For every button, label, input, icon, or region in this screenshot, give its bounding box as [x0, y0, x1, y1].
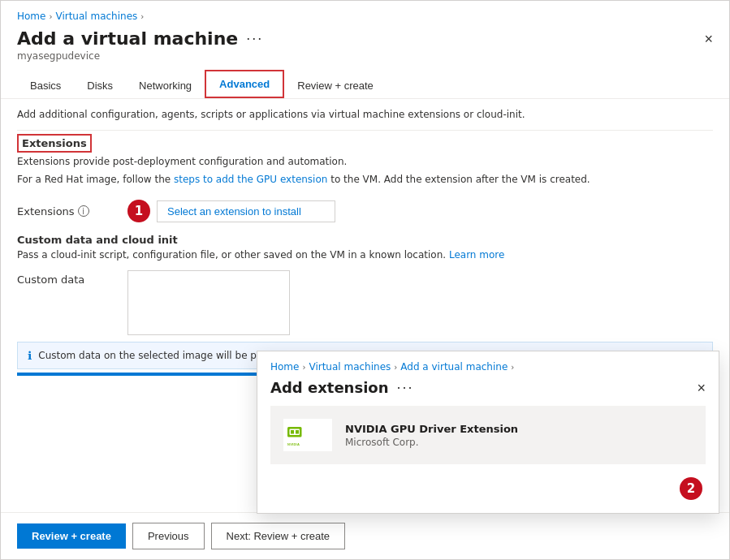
learn-more-link[interactable]: Learn more — [449, 249, 504, 261]
step-badge-1: 1 — [127, 200, 150, 222]
close-button[interactable]: × — [704, 32, 713, 46]
svg-rect-4 — [296, 430, 299, 434]
extension-item-nvidia[interactable]: NVIDIA NVIDIA GPU Driver Extension Micro… — [270, 406, 706, 464]
extensions-desc2: For a Red Hat image, follow the steps to… — [17, 174, 713, 185]
tabs-bar: Basics Disks Networking Advanced Review … — [1, 70, 729, 99]
tab-advanced[interactable]: Advanced — [205, 70, 284, 98]
extensions-desc: Extensions provide post-deployment confi… — [17, 156, 713, 167]
gpu-extension-link[interactable]: steps to add the GPU extension — [174, 174, 327, 185]
info-bar-icon: ℹ — [28, 349, 32, 362]
extensions-desc2-middle: to the VM. Add the extension after the V… — [327, 174, 590, 185]
custom-data-desc-prefix: Pass a cloud-init script, configuration … — [17, 249, 261, 261]
overlay-header: Add extension ··· × — [257, 376, 719, 406]
custom-data-desc-suffix: saved on the VM in a known location. — [263, 249, 446, 261]
extension-vendor: Microsoft Corp. — [345, 437, 518, 448]
nvidia-logo: NVIDIA — [283, 419, 332, 451]
badge-row-1: 1 Select an extension to install — [127, 200, 335, 222]
tab-basics[interactable]: Basics — [17, 73, 74, 98]
page-header: Add a virtual machine ··· × — [1, 25, 729, 50]
tab-networking[interactable]: Networking — [126, 73, 205, 98]
page-subtitle: myasegpudevice — [1, 50, 729, 70]
breadcrumb-vms[interactable]: Virtual machines — [55, 11, 137, 22]
page-title: Add a virtual machine — [17, 28, 238, 49]
breadcrumb-home[interactable]: Home — [17, 11, 45, 22]
next-button[interactable]: Next: Review + create — [211, 523, 346, 549]
overlay-breadcrumb: Home › Virtual machines › Add a virtual … — [257, 351, 719, 376]
overlay-breadcrumb-home[interactable]: Home — [270, 361, 299, 373]
overlay-header-right: × — [697, 381, 706, 395]
svg-text:NVIDIA: NVIDIA — [287, 442, 300, 446]
extensions-section: Extensions Extensions provide post-deplo… — [1, 134, 729, 185]
add-extension-panel: Home › Virtual machines › Add a virtual … — [257, 351, 719, 514]
overlay-breadcrumb-vms[interactable]: Virtual machines — [309, 361, 391, 373]
custom-data-label: Custom data — [17, 270, 114, 286]
overlay-more-button[interactable]: ··· — [396, 379, 413, 396]
custom-data-row: Custom data — [17, 270, 713, 335]
overlay-breadcrumb-addvm[interactable]: Add a virtual machine — [400, 361, 508, 373]
extensions-info-icon[interactable]: i — [78, 205, 89, 217]
custom-data-title: Custom data and cloud init — [17, 234, 713, 246]
custom-data-input[interactable] — [127, 270, 290, 335]
extensions-label-text: Extensions — [17, 205, 75, 218]
extensions-title: Extensions — [17, 134, 92, 153]
select-extension-button[interactable]: Select an extension to install — [157, 200, 335, 222]
extensions-form-row: Extensions i 1 Select an extension to in… — [1, 192, 729, 230]
tab-disks[interactable]: Disks — [74, 73, 126, 98]
tab-description: Add additional configuration, agents, sc… — [1, 99, 729, 127]
extension-info: NVIDIA GPU Driver Extension Microsoft Co… — [345, 423, 518, 448]
previous-button[interactable]: Previous — [132, 523, 205, 549]
breadcrumb: Home › Virtual machines › — [1, 1, 729, 25]
divider-1 — [17, 130, 713, 131]
custom-data-desc: Pass a cloud-init script, configuration … — [17, 249, 713, 261]
header-more-button[interactable]: ··· — [246, 30, 263, 47]
footer: Review + create Previous Next: Review + … — [1, 512, 729, 559]
overlay-badge-row: 2 — [257, 477, 719, 513]
tab-review[interactable]: Review + create — [284, 73, 387, 98]
step-badge-2: 2 — [680, 477, 702, 500]
overlay-close-button[interactable]: × — [697, 381, 706, 395]
custom-data-section: Custom data and cloud init Pass a cloud-… — [1, 234, 729, 335]
review-create-button[interactable]: Review + create — [17, 523, 126, 549]
extensions-desc2-prefix: For a Red Hat image, follow the — [17, 174, 174, 185]
extension-name: NVIDIA GPU Driver Extension — [345, 423, 518, 435]
svg-rect-3 — [291, 430, 294, 434]
overlay-title: Add extension — [270, 379, 388, 396]
extensions-form-label: Extensions i — [17, 205, 114, 218]
